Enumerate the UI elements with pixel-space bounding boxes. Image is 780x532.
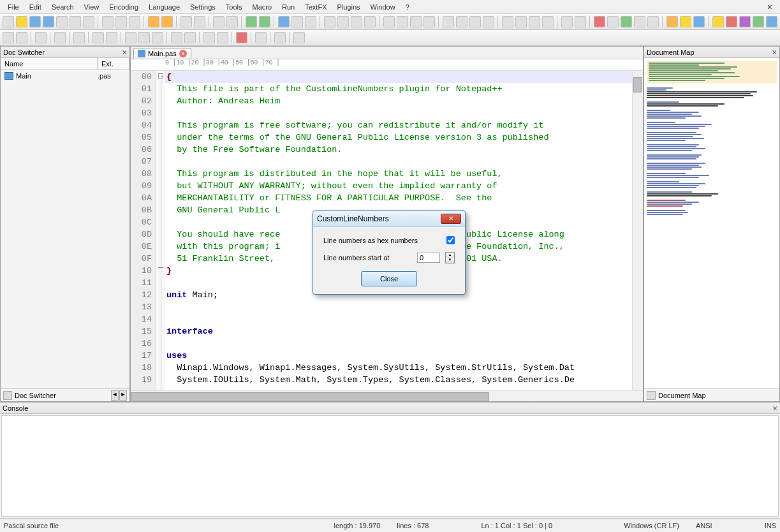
tb2-f[interactable] (92, 32, 104, 43)
tb2-g[interactable] (106, 32, 117, 43)
tb2-r[interactable] (293, 32, 305, 43)
redo-icon[interactable] (161, 16, 173, 27)
menu-encoding[interactable]: Encoding (104, 2, 143, 12)
tb2-p[interactable] (255, 32, 267, 43)
zoom-out-icon[interactable] (226, 16, 238, 27)
doc-switcher-close-icon[interactable]: ⨯ (122, 48, 127, 55)
tb2-q[interactable] (274, 32, 286, 43)
console-close-icon[interactable]: ⨯ (772, 404, 777, 411)
stop-macro-icon[interactable] (607, 16, 619, 27)
tb-icon-k[interactable] (529, 16, 540, 27)
menu-settings[interactable]: Settings (185, 2, 221, 12)
play-macro-icon[interactable] (621, 16, 632, 27)
hex-checkbox[interactable] (446, 236, 455, 244)
docmap-canvas[interactable] (644, 58, 779, 388)
tb-icon-a[interactable] (383, 16, 395, 27)
menu-language[interactable]: Language (143, 2, 185, 12)
tb-icon-l[interactable] (542, 16, 554, 27)
cut-icon[interactable] (102, 16, 114, 27)
tb2-i[interactable] (138, 32, 150, 43)
plugin8-icon[interactable] (766, 16, 777, 27)
menu-plugins[interactable]: Plugins (332, 2, 365, 12)
paste-icon[interactable] (129, 16, 140, 27)
menu-file[interactable]: File (3, 2, 24, 12)
col-ext[interactable]: Ext. (98, 58, 129, 70)
app-close-button[interactable]: × (762, 1, 777, 13)
split-right-icon[interactable]: ► (119, 390, 127, 401)
docmap-footer-icon[interactable] (647, 391, 656, 400)
undo-icon[interactable] (148, 16, 159, 27)
tb-icon-n[interactable] (575, 16, 586, 27)
tb2-m[interactable] (203, 32, 215, 43)
tb2-b[interactable] (16, 32, 27, 43)
menu-window[interactable]: Window (365, 2, 401, 12)
save-icon[interactable] (29, 16, 41, 27)
menu-run[interactable]: Run (277, 2, 300, 12)
tb-icon-m[interactable] (561, 16, 573, 27)
spinner-down-icon[interactable]: ▼ (446, 258, 454, 263)
all-chars-icon[interactable] (291, 16, 303, 27)
tb-icon-b[interactable] (397, 16, 408, 27)
tb2-h[interactable] (125, 32, 136, 43)
horizontal-scrollbar[interactable] (131, 390, 643, 401)
tb2-l[interactable] (184, 32, 196, 43)
func-list-icon[interactable] (351, 16, 362, 27)
plugin4-icon[interactable] (712, 16, 724, 27)
menu-view[interactable]: View (79, 2, 105, 12)
indent-guide-icon[interactable] (305, 16, 316, 27)
tb-icon-e[interactable] (443, 16, 454, 27)
plugin1-icon[interactable] (666, 16, 678, 27)
sync-v-icon[interactable] (246, 16, 257, 27)
tb-icon-i[interactable] (502, 16, 513, 27)
vertical-scrollbar[interactable] (632, 71, 643, 390)
doc-map-icon[interactable] (337, 16, 349, 27)
tab-close-icon[interactable]: × (179, 50, 187, 57)
menu-search[interactable]: Search (47, 2, 79, 12)
tab-main[interactable]: Main.pas × (133, 48, 191, 59)
doc-switcher-footer-icon[interactable] (3, 391, 12, 400)
plugin6-icon[interactable] (739, 16, 751, 27)
record-macro-icon[interactable] (594, 16, 605, 27)
split-left-icon[interactable]: ◄ (111, 390, 119, 401)
wordwrap-icon[interactable] (278, 16, 290, 27)
replace-icon[interactable] (194, 16, 205, 27)
print-icon[interactable] (83, 16, 94, 27)
plugin3-icon[interactable] (693, 16, 705, 27)
menu-textfx[interactable]: TextFX (300, 2, 332, 12)
start-at-spinner[interactable]: ▲▼ (445, 252, 455, 263)
close-icon[interactable] (56, 16, 68, 27)
doc-row[interactable]: Main .pas (1, 70, 129, 82)
find-icon[interactable] (180, 16, 192, 27)
tb2-j[interactable] (152, 32, 163, 43)
tb2-n[interactable] (217, 32, 228, 43)
start-at-input[interactable] (417, 253, 440, 263)
tb2-c[interactable] (35, 32, 47, 43)
spinner-up-icon[interactable]: ▲ (446, 253, 454, 258)
zoom-in-icon[interactable] (213, 16, 224, 27)
plugin2-icon[interactable] (680, 16, 691, 27)
menu-macro[interactable]: Macro (247, 2, 277, 12)
fast-macro-icon[interactable] (634, 16, 645, 27)
plugin5-icon[interactable] (726, 16, 737, 27)
menu-help[interactable]: ? (401, 2, 415, 12)
tb-icon-c[interactable] (410, 16, 422, 27)
folder-icon[interactable] (364, 16, 376, 27)
tb-icon-j[interactable] (515, 16, 527, 27)
tb2-d[interactable] (54, 32, 66, 43)
tb2-o[interactable] (236, 32, 247, 43)
menu-tools[interactable]: Tools (221, 2, 247, 12)
plugin7-icon[interactable] (753, 16, 764, 27)
fold-margin[interactable] (156, 71, 165, 390)
console-output[interactable] (1, 415, 779, 517)
tb-icon-f[interactable] (456, 16, 467, 27)
sync-h-icon[interactable] (259, 16, 270, 27)
lang-icon[interactable] (324, 16, 335, 27)
tb-icon-h[interactable] (483, 16, 494, 27)
tb-icon-d[interactable] (423, 16, 435, 27)
copy-icon[interactable] (115, 16, 127, 27)
new-file-icon[interactable] (3, 16, 14, 27)
menu-edit[interactable]: Edit (24, 2, 47, 12)
open-file-icon[interactable] (16, 16, 27, 27)
dialog-close-action-button[interactable]: Close (361, 271, 417, 286)
close-all-icon[interactable] (70, 16, 81, 27)
